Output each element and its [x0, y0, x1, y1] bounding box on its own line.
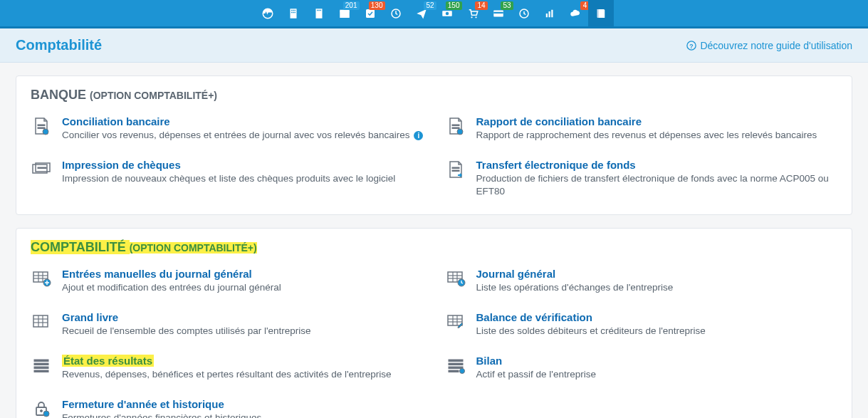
- svg-rect-2: [291, 9, 293, 11]
- topbar-money-icon[interactable]: 150: [434, 0, 460, 26]
- topbar-clock-icon[interactable]: [383, 0, 409, 26]
- menu-item-desc: Impression de nouveaux chèques et liste …: [62, 172, 424, 185]
- menu-item[interactable]: Conciliation bancaireConcilier vos reven…: [31, 115, 424, 142]
- topbar-cart-icon[interactable]: 14: [460, 0, 486, 26]
- svg-rect-39: [452, 170, 459, 172]
- topbar-building-icon[interactable]: [281, 0, 306, 26]
- guide-link[interactable]: ? Découvrez notre guide d'utilisation: [686, 40, 852, 51]
- menu-item-desc: Fermetures d'années financières et histo…: [62, 412, 424, 418]
- svg-rect-23: [545, 14, 547, 17]
- menu-item[interactable]: Journal généralListe les opérations d'éc…: [445, 268, 838, 294]
- svg-rect-3: [293, 9, 294, 11]
- content: BANQUE (OPTION COMPTABILITÉ+)Conciliatio…: [0, 63, 868, 418]
- topbar-clock2-icon[interactable]: [511, 0, 537, 26]
- svg-rect-29: [38, 125, 45, 126]
- svg-rect-11: [320, 9, 321, 11]
- svg-rect-10: [318, 9, 320, 11]
- lock-icon: [31, 398, 52, 418]
- section-title: COMPTABILITÉ (OPTION COMPTABILITÉ+): [31, 240, 837, 255]
- menu-item[interactable]: BilanActif et passif de l'entreprise: [445, 355, 838, 381]
- svg-rect-67: [449, 363, 463, 365]
- menu-item[interactable]: Rapport de conciliation bancaireRapport …: [445, 115, 838, 142]
- doc-icon: [31, 115, 52, 137]
- svg-rect-33: [452, 127, 459, 129]
- menu-item-desc: Production de fichiers de transfert élec…: [476, 172, 838, 198]
- menu-item-desc: Recueil de l'ensemble des comptes utilis…: [62, 325, 424, 338]
- menu-item[interactable]: Fermeture d'année et historiqueFermeture…: [31, 398, 424, 418]
- menu-item-title: Rapport de conciliation bancaire: [476, 115, 838, 127]
- menu-item-title: Bilan: [476, 355, 838, 367]
- topbar-cloud-icon[interactable]: 4: [563, 0, 588, 26]
- section-title: BANQUE (OPTION COMPTABILITÉ+): [31, 88, 837, 103]
- menu-item[interactable]: Balance de vérificationListe des soldes …: [445, 311, 838, 338]
- svg-rect-63: [34, 363, 48, 365]
- svg-rect-37: [38, 167, 46, 169]
- svg-text:?: ?: [690, 42, 694, 49]
- menu-item[interactable]: Impression de chèquesImpression de nouve…: [31, 159, 424, 198]
- topbar-building2-icon[interactable]: [306, 0, 332, 26]
- svg-point-34: [457, 129, 463, 135]
- svg-rect-38: [452, 167, 459, 169]
- menu-item-title: État des résultats: [62, 355, 154, 367]
- svg-rect-32: [452, 125, 459, 126]
- topbar-chart-icon[interactable]: [537, 0, 563, 26]
- topbar-card-icon[interactable]: 53: [486, 0, 511, 26]
- svg-point-31: [43, 129, 48, 135]
- doc-arrow-icon: [445, 159, 466, 180]
- svg-rect-52: [33, 315, 48, 327]
- svg-point-19: [475, 16, 476, 18]
- menu-item-desc: Ajout et modification des entrées du jou…: [62, 281, 424, 294]
- svg-rect-21: [493, 11, 503, 13]
- topbar-inbox-icon[interactable]: 201: [332, 0, 357, 26]
- topbar-send-icon[interactable]: 52: [409, 0, 434, 26]
- svg-rect-7: [294, 11, 296, 13]
- svg-rect-57: [448, 315, 462, 325]
- info-icon[interactable]: i: [414, 131, 423, 140]
- grid-icon: [31, 311, 52, 333]
- cheque-icon: [31, 159, 52, 180]
- svg-point-18: [471, 16, 472, 18]
- menu-item-title: Balance de vérification: [476, 311, 838, 323]
- section-card: BANQUE (OPTION COMPTABILITÉ+)Conciliatio…: [16, 75, 852, 215]
- topbar-check-icon[interactable]: 130: [357, 0, 383, 26]
- section-card: COMPTABILITÉ (OPTION COMPTABILITÉ+)Entré…: [16, 228, 852, 418]
- menu-item[interactable]: Grand livreRecueil de l'ensemble des com…: [31, 311, 424, 338]
- svg-rect-4: [294, 9, 296, 11]
- grid-edit-icon: [445, 311, 466, 333]
- svg-rect-25: [551, 9, 553, 17]
- grid-clock-icon: [445, 268, 466, 289]
- doc-icon: [445, 115, 466, 137]
- menu-item-title: Conciliation bancaire: [62, 115, 424, 127]
- svg-rect-6: [293, 11, 294, 13]
- menu-item[interactable]: État des résultatsRevenus, dépenses, bén…: [31, 355, 424, 381]
- menu-item-desc: Rapport de rapprochement des revenus et …: [476, 129, 838, 142]
- lines2-icon: [445, 355, 466, 376]
- lines-icon: [31, 355, 52, 376]
- menu-item-title: Entrées manuelles du journal général: [62, 268, 424, 280]
- menu-item-title: Impression de chèques: [62, 159, 424, 171]
- page-header: Comptabilité ? Découvrez notre guide d'u…: [0, 28, 868, 63]
- topbar-dashboard-icon[interactable]: [255, 0, 281, 26]
- menu-item-desc: Actif et passif de l'entreprise: [476, 368, 838, 381]
- svg-rect-69: [449, 370, 459, 372]
- svg-rect-68: [449, 367, 463, 369]
- svg-rect-30: [38, 127, 45, 129]
- svg-rect-24: [548, 11, 550, 17]
- guide-link-label: Découvrez notre guide d'utilisation: [700, 40, 852, 51]
- svg-rect-26: [597, 9, 598, 18]
- svg-rect-65: [34, 370, 48, 372]
- menu-item-desc: Revenus, dépenses, bénéfices et pertes r…: [62, 368, 424, 381]
- svg-rect-12: [340, 11, 350, 18]
- topbar-book-icon[interactable]: [588, 0, 614, 26]
- menu-item[interactable]: Entrées manuelles du journal généralAjou…: [31, 268, 424, 294]
- menu-item-title: Fermeture d'année et historique: [62, 398, 424, 410]
- svg-point-17: [445, 11, 449, 15]
- menu-item[interactable]: Transfert électronique de fondsProductio…: [445, 159, 838, 198]
- menu-item-title: Transfert électronique de fonds: [476, 159, 838, 171]
- svg-point-72: [41, 410, 43, 412]
- menu-item-desc: Liste des soldes débiteurs et créditeurs…: [476, 325, 838, 338]
- menu-item-desc: Concilier vos revenus, dépenses et entré…: [62, 129, 424, 142]
- menu-item-title: Grand livre: [62, 311, 424, 323]
- grid-plus-icon: [31, 268, 52, 289]
- svg-rect-62: [34, 360, 48, 362]
